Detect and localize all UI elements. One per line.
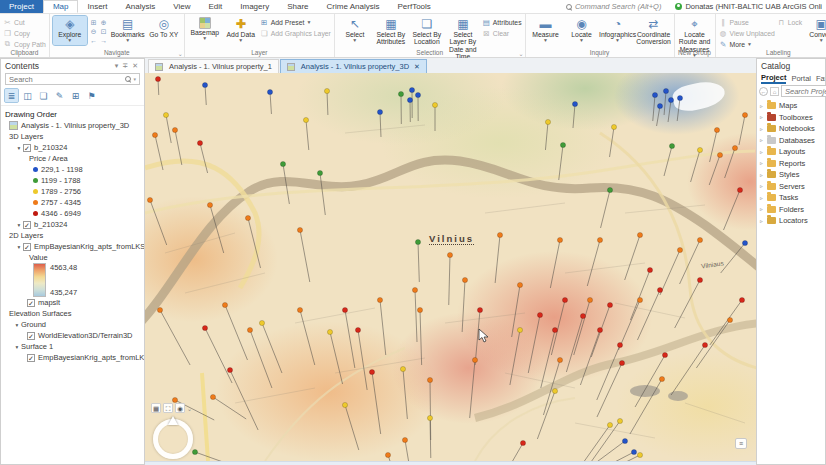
catalog-item-layouts[interactable]: ▹Layouts <box>757 146 825 158</box>
expander-icon[interactable]: ▹ <box>760 126 767 132</box>
point-feature[interactable] <box>147 197 152 202</box>
point-feature[interactable] <box>407 97 412 102</box>
point-feature[interactable] <box>385 452 390 457</box>
point-feature[interactable] <box>417 307 422 312</box>
checkbox[interactable]: ✓ <box>27 299 35 307</box>
search-options-chevron-icon[interactable]: ▾ <box>133 76 136 82</box>
close-icon[interactable]: ✕ <box>130 62 140 70</box>
point-feature[interactable] <box>652 92 657 97</box>
point-feature[interactable] <box>400 366 405 371</box>
bookmarks-button[interactable]: ▤Bookmarks▼ <box>111 16 145 45</box>
contents-row-229-1-1198[interactable]: 229,1 - 1198 <box>1 164 144 175</box>
point-feature[interactable] <box>412 287 417 292</box>
measure-button[interactable]: ▬Measure▼ <box>529 16 563 45</box>
list-by-editing-icon[interactable]: ✎ <box>53 89 66 102</box>
expander-icon[interactable]: ▹ <box>760 114 767 120</box>
navigator-north-arrow-icon[interactable] <box>168 416 178 425</box>
point-feature[interactable] <box>163 112 168 117</box>
zoom-full-extent-icon[interactable]: ⊞ <box>89 18 99 27</box>
go-to-xy-button[interactable]: ◎Go To XY <box>147 16 181 39</box>
close-tab-icon[interactable]: ✕ <box>412 63 420 71</box>
point-feature[interactable] <box>597 327 602 332</box>
contents-row-b-210324[interactable]: ▾✓b_210324 <box>1 142 144 153</box>
catalog-item-tasks[interactable]: ▹Tasks <box>757 192 825 204</box>
point-feature[interactable] <box>697 147 702 152</box>
point-feature[interactable] <box>517 282 522 287</box>
catalog-search-input[interactable] <box>785 87 826 96</box>
copy-button[interactable]: ❐Copy <box>3 28 46 38</box>
point-feature[interactable] <box>607 187 612 192</box>
previous-extent-icon[interactable]: ← <box>89 36 99 45</box>
point-feature[interactable] <box>702 342 707 347</box>
expander-icon[interactable]: ▹ <box>760 172 767 178</box>
point-feature[interactable] <box>409 87 414 92</box>
point-feature[interactable] <box>717 152 722 157</box>
overlay-chevron-icon[interactable]: ⌄ <box>187 405 192 412</box>
point-feature[interactable] <box>172 127 177 132</box>
infographics-button[interactable]: ◔Infographics▼ <box>601 16 635 45</box>
dialog-launcher-icon[interactable]: ⌄ <box>178 50 183 57</box>
point-feature[interactable] <box>427 377 432 382</box>
catalog-item-databases[interactable]: ▹Databases <box>757 135 825 147</box>
point-feature[interactable] <box>697 237 702 242</box>
catalog-item-reports[interactable]: ▹Reports <box>757 158 825 170</box>
point-feature[interactable] <box>557 237 562 242</box>
dialog-launcher-icon[interactable]: ⌄ <box>519 50 524 57</box>
point-feature[interactable] <box>517 327 522 332</box>
point-feature[interactable] <box>637 297 642 302</box>
point-feature[interactable] <box>297 307 302 312</box>
ribbon-tab-insert[interactable]: Insert <box>78 0 116 13</box>
convert-button[interactable]: ▣Convert▼ <box>804 16 826 45</box>
point-feature[interactable] <box>520 440 525 445</box>
point-feature[interactable] <box>580 313 585 318</box>
contents-row-analysis-1-vilnius-property-3d[interactable]: Analysis - 1. Vilnius property_3D <box>1 120 144 131</box>
point-feature[interactable] <box>317 170 322 175</box>
point-feature[interactable] <box>657 287 662 292</box>
point-feature[interactable] <box>537 312 542 317</box>
point-feature[interactable] <box>663 88 668 93</box>
view-tab-analysis-1-vilnius-property-1[interactable]: Analysis - 1. Vilnius property_1 <box>148 59 279 73</box>
list-by-snapping-icon[interactable]: ⊞ <box>69 89 82 102</box>
point-feature[interactable] <box>622 438 627 443</box>
ribbon-tab-map[interactable]: Map <box>43 0 79 13</box>
point-feature[interactable] <box>477 307 482 312</box>
contents-row-b-210324[interactable]: ▾✓b_210324 <box>1 219 144 230</box>
point-feature[interactable] <box>607 302 612 307</box>
contents-row-mapslt[interactable]: ✓mapslt <box>1 297 144 308</box>
point-feature[interactable] <box>669 143 674 148</box>
point-feature[interactable] <box>607 422 612 427</box>
zoom-selection-icon[interactable]: ⊡ <box>99 27 109 36</box>
point-feature[interactable] <box>714 127 719 132</box>
expander-icon[interactable]: ▹ <box>760 195 767 201</box>
point-feature[interactable] <box>727 317 732 322</box>
point-feature[interactable] <box>245 215 250 220</box>
point-feature[interactable] <box>647 267 652 272</box>
point-feature[interactable] <box>210 394 215 399</box>
point-feature[interactable] <box>737 187 742 192</box>
navigator-ring[interactable] <box>153 419 193 459</box>
scene-navigator[interactable] <box>151 417 195 461</box>
fullscreen-icon[interactable]: ⛶ <box>163 403 173 413</box>
ribbon-tab-imagery[interactable]: Imagery <box>231 0 278 13</box>
point-feature[interactable] <box>415 92 420 97</box>
catalog-item-toolboxes[interactable]: ▹Toolboxes <box>757 112 825 124</box>
copy-path-button[interactable]: ⧉Copy Path <box>3 39 46 49</box>
point-feature[interactable] <box>562 297 567 302</box>
point-feature[interactable] <box>227 367 232 372</box>
point-feature[interactable] <box>155 76 160 81</box>
point-feature[interactable] <box>677 95 682 100</box>
point-feature[interactable] <box>659 376 664 381</box>
contents-row-ground[interactable]: ▾Ground <box>1 319 144 330</box>
contents-row-4346-6949[interactable]: 4346 - 6949 <box>1 208 144 219</box>
point-feature[interactable] <box>637 452 642 457</box>
ribbon-tab-view[interactable]: View <box>164 0 199 13</box>
point-feature[interactable] <box>552 327 557 332</box>
checkbox[interactable]: ✓ <box>23 221 31 229</box>
point-feature[interactable] <box>552 388 557 393</box>
account-menu[interactable]: Donatas (HNIT-BALTIC UAB ArcGIS Onli <box>675 2 822 11</box>
point-feature[interactable] <box>172 397 177 402</box>
expander-icon[interactable]: ▹ <box>760 149 767 155</box>
add-data-button[interactable]: ✚Add Data▼ <box>224 16 258 45</box>
point-feature[interactable] <box>197 140 202 145</box>
checkbox[interactable]: ✓ <box>23 243 31 251</box>
